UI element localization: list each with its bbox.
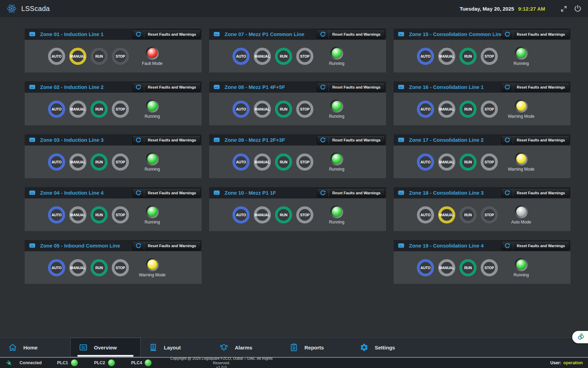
mode-button-run[interactable]: RUN [459,48,477,65]
mode-button-run[interactable]: RUN [91,48,108,65]
mode-button-stop[interactable]: STOP [112,259,129,276]
reset-faults-button[interactable]: Reset Faults and Warnings [501,188,569,197]
tab-reports[interactable]: Reports [281,338,351,357]
reset-faults-button[interactable]: Reset Faults and Warnings [317,82,385,92]
mode-button-auto[interactable]: AUTO [48,259,65,276]
mode-button-manual[interactable]: MANUAL [69,206,86,223]
reset-faults-button[interactable]: Reset Faults and Warnings [501,241,569,250]
zone-card-body: AUTOMANUALRUNSTOPAuto Mode [394,198,571,231]
mode-button-stop[interactable]: STOP [112,48,129,65]
mode-button-stop[interactable]: STOP [112,153,129,171]
tab-alarms[interactable]: Alarms [211,338,281,357]
mode-button-auto[interactable]: AUTO [48,48,65,65]
mode-button-auto[interactable]: AUTO [232,48,250,65]
zone-card-icon [29,84,35,90]
status-label: Warning Mode [508,114,535,119]
mode-button-stop[interactable]: STOP [296,48,313,65]
mode-button-auto[interactable]: AUTO [417,206,434,223]
status-led [330,100,343,113]
mode-button-run[interactable]: RUN [459,259,477,276]
mode-button-run[interactable]: RUN [275,153,292,171]
mode-button-manual[interactable]: MANUAL [69,101,86,118]
reset-faults-button[interactable]: Reset Faults and Warnings [501,82,569,92]
mode-button-manual[interactable]: MANUAL [254,153,271,171]
mode-button-auto[interactable]: AUTO [417,48,434,65]
mode-button-run[interactable]: RUN [459,206,477,223]
mode-button-run[interactable]: RUN [275,48,292,65]
mode-button-manual[interactable]: MANUAL [438,206,455,223]
mode-button-run[interactable]: RUN [91,206,108,223]
mode-button-stop[interactable]: STOP [481,259,498,276]
reset-faults-button[interactable]: Reset Faults and Warnings [317,135,385,145]
mode-button-stop[interactable]: STOP [296,153,313,171]
mode-button-auto[interactable]: AUTO [232,206,250,223]
mode-button-auto[interactable]: AUTO [232,153,250,171]
mode-button-stop[interactable]: STOP [296,101,313,118]
tab-home[interactable]: Home [0,338,70,357]
mode-button-manual[interactable]: MANUAL [438,48,455,65]
zone-card-body: AUTOMANUALRUNSTOPRunning [209,146,386,178]
mode-button-manual[interactable]: MANUAL [438,101,455,118]
status-label: Running [514,273,529,277]
mode-button-run[interactable]: RUN [275,206,292,223]
mode-button-manual[interactable]: MANUAL [69,153,86,171]
mode-button-manual[interactable]: MANUAL [438,259,455,276]
mode-button-stop[interactable]: STOP [296,206,313,223]
zone-title: Zone 16 - Consolidation Line 1 [409,84,484,90]
mode-button-stop[interactable]: STOP [481,153,498,171]
mode-button-run[interactable]: RUN [459,153,477,171]
reports-icon [289,343,298,352]
mode-button-run[interactable]: RUN [275,101,292,118]
mode-button-auto[interactable]: AUTO [48,153,65,171]
status-label: Running [145,167,160,172]
mode-button-manual[interactable]: MANUAL [69,259,86,276]
zone-title: Zone 09 - Mezz P1 2F+3F [225,137,285,143]
power-icon[interactable] [574,4,582,13]
fullscreen-icon[interactable] [560,5,567,12]
tab-overview[interactable]: Overview [70,338,141,357]
mode-button-run[interactable]: RUN [91,153,108,171]
mode-button-stop[interactable]: STOP [481,48,498,65]
refresh-icon [317,83,329,91]
status-footer: Connected PLC1PLC2PLC4 Copyright @ 2025 … [0,357,588,368]
reset-faults-label: Reset Faults and Warnings [144,32,200,36]
mode-button-auto[interactable]: AUTO [232,101,250,118]
reset-faults-button[interactable]: Reset Faults and Warnings [132,188,201,197]
tab-settings[interactable]: Settings [351,338,422,357]
mode-button-manual[interactable]: MANUAL [254,48,271,65]
mode-button-stop[interactable]: STOP [112,101,129,118]
mode-button-auto[interactable]: AUTO [417,259,434,276]
mode-button-run[interactable]: RUN [91,259,108,276]
mode-button-manual[interactable]: MANUAL [69,48,86,65]
tab-layout[interactable]: Layout [141,338,211,357]
status-led [146,100,159,113]
mode-button-run[interactable]: RUN [91,101,108,118]
mode-button-auto[interactable]: AUTO [48,206,65,223]
reset-faults-button[interactable]: Reset Faults and Warnings [132,241,201,250]
mode-button-manual[interactable]: MANUAL [254,206,271,223]
mode-button-stop[interactable]: STOP [481,101,498,118]
zone-card-header: Zone 05 - Inbound Common LineReset Fault… [25,240,202,251]
mode-button-stop[interactable]: STOP [112,206,129,223]
reset-faults-button[interactable]: Reset Faults and Warnings [132,135,201,145]
reset-faults-button[interactable]: Reset Faults and Warnings [501,135,569,145]
status-indicator: Running [323,205,350,225]
reset-faults-button[interactable]: Reset Faults and Warnings [132,82,201,92]
reset-faults-button[interactable]: Reset Faults and Warnings [317,188,385,197]
reset-faults-button[interactable]: Reset Faults and Warnings [132,30,201,39]
zone-column: Zone 07 - Mezz P1 Common LineReset Fault… [209,28,386,337]
reset-faults-button[interactable]: Reset Faults and Warnings [501,30,569,39]
mode-button-stop[interactable]: STOP [481,206,498,223]
accessibility-icon[interactable] [572,331,588,343]
status-indicator: Running [507,47,535,66]
mode-button-auto[interactable]: AUTO [417,153,434,171]
mode-button-auto[interactable]: AUTO [48,101,65,118]
mode-button-run[interactable]: RUN [459,101,477,118]
mode-button-manual[interactable]: MANUAL [438,153,455,171]
mode-button-auto[interactable]: AUTO [417,101,434,118]
mode-button-manual[interactable]: MANUAL [254,101,271,118]
zone-card: Zone 03 - Induction Line 3Reset Faults a… [25,134,202,178]
zones-grid: Zone 01 - Induction Line 1Reset Faults a… [0,17,588,337]
plc-name: PLC2 [94,360,105,365]
reset-faults-button[interactable]: Reset Faults and Warnings [317,30,385,39]
